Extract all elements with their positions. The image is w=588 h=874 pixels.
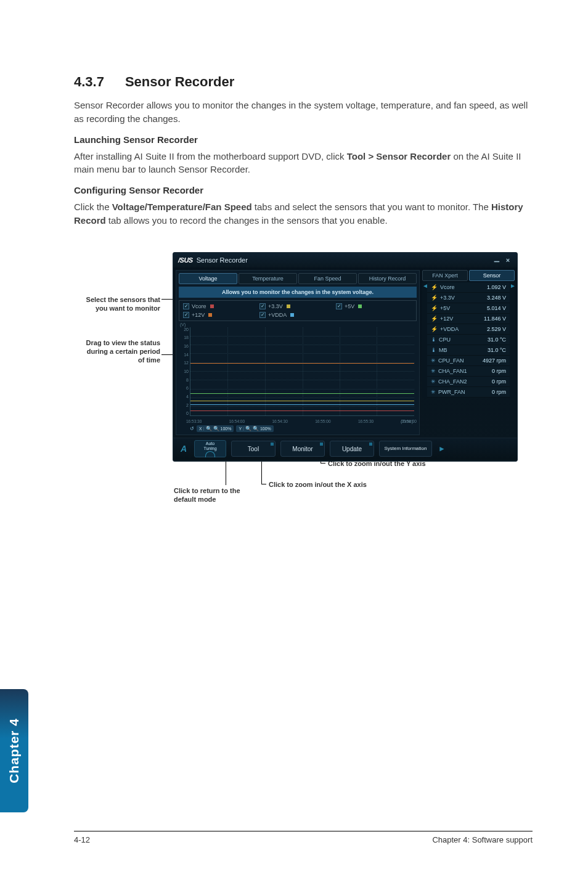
series-line: [190, 393, 414, 394]
screenshot-area: Select the sensors that you want to moni…: [74, 252, 533, 523]
y-axis-label: (V): [180, 322, 186, 327]
minimize-icon[interactable]: ⚊: [492, 256, 501, 264]
reading-icon: ⚡: [431, 295, 438, 301]
reading-icon: 🌡: [431, 337, 436, 343]
monitor-button[interactable]: Monitor: [280, 441, 325, 457]
checkbox-icon: ✓: [183, 312, 189, 318]
reading-label: ⚡+3.3V: [431, 295, 455, 301]
y-ticks: 20 18 16 14 12 10 8 6 4 2 0: [179, 327, 189, 416]
titlebar: /SUS Sensor Recorder ⚊ ×: [173, 253, 517, 268]
checkbox-icon: ✓: [259, 303, 266, 309]
checkbox-label: +5V: [345, 303, 354, 309]
magnifier-minus-icon[interactable]: 🔍: [206, 426, 212, 431]
reading-label: ⚡+VDDA: [431, 326, 459, 332]
right-panel: FAN Xpert Sensor ◄ ⚡Vcore1.092 V⚡+3.3V3.…: [422, 270, 515, 435]
dropdown-corner-icon: [369, 443, 372, 446]
auto-tuning-label2: Tuning: [195, 446, 226, 451]
auto-tuning-label1: Auto: [195, 441, 226, 446]
zoom-y-control[interactable]: Y : 🔍 🔍 100%: [236, 425, 273, 432]
zoom-controls: ↺ X : 🔍 🔍 100% Y : 🔍 🔍: [190, 425, 274, 432]
tab-sensor[interactable]: Sensor: [469, 270, 515, 281]
magnifier-minus-icon[interactable]: 🔍: [245, 426, 251, 431]
reading-icon: ⚡: [431, 326, 438, 332]
reading-label: ⚡+12V: [431, 316, 453, 322]
tab-fan-speed[interactable]: Fan Speed: [298, 273, 357, 284]
x-ticks: 16:53:30 16:54:00 16:54:30 16:55:00 16:5…: [186, 419, 417, 423]
tab-voltage[interactable]: Voltage: [179, 273, 237, 284]
color-swatch: [287, 304, 290, 308]
config-text-e: tab allows you to record the changes in …: [106, 215, 388, 226]
checkbox-5v[interactable]: ✓ +5V: [336, 303, 412, 309]
reading-value: 5.014 V: [487, 305, 506, 311]
checkbox-label: +VDDA: [268, 312, 287, 318]
chapter-side-tab: Chapter 4: [0, 689, 28, 812]
reading-row: ⚡Vcore1.092 V: [427, 282, 510, 293]
tab-temperature[interactable]: Temperature: [239, 273, 297, 284]
reading-value: 1.092 V: [487, 284, 506, 290]
reading-icon: ⚡: [431, 316, 438, 322]
intro-text: Sensor Recorder allows you to monitor th…: [74, 99, 533, 126]
magnifier-plus-icon[interactable]: 🔍: [213, 426, 219, 431]
checkbox-label: +3.3V: [268, 303, 283, 309]
brand-logo: /SUS: [178, 256, 193, 264]
checkbox-vcore[interactable]: ✓ Vcore: [183, 303, 259, 309]
zoom-x-control[interactable]: X : 🔍 🔍 100%: [197, 425, 234, 432]
section-number: 4.3.7: [74, 74, 104, 90]
reading-label: ✳CPU_FAN: [431, 357, 464, 364]
checkbox-label: +12V: [192, 312, 205, 318]
reading-label: ⚡+5V: [431, 305, 450, 311]
reading-label: ⚡Vcore: [431, 284, 455, 290]
reading-row: ⚡+12V11.846 V: [427, 314, 510, 324]
left-panel: Voltage Temperature Fan Speed History Re…: [176, 270, 420, 435]
reading-value: 4927 rpm: [483, 357, 506, 364]
readings-list: ⚡Vcore1.092 V⚡+3.3V3.248 V⚡+5V5.014 V⚡+1…: [427, 282, 510, 398]
tabs-row: Voltage Temperature Fan Speed History Re…: [179, 273, 417, 284]
reading-row: ⚡+VDDA2.529 V: [427, 324, 510, 335]
reading-value: 2.529 V: [487, 326, 506, 332]
toolbar-scroll-right-icon[interactable]: ►: [438, 444, 446, 453]
callout-line: [261, 484, 266, 484]
checkbox-icon: ✓: [183, 303, 189, 309]
reading-value: 3.248 V: [487, 295, 506, 301]
checkbox-3v3[interactable]: ✓ +3.3V: [259, 303, 336, 309]
reading-row: 🌡MB31.0 °C: [427, 345, 510, 356]
right-tabs-row: FAN Xpert Sensor: [422, 270, 515, 281]
tab-history-record[interactable]: History Record: [358, 273, 417, 284]
reset-zoom-icon[interactable]: ↺: [190, 426, 194, 431]
info-band: Allows you to monitor the changes in the…: [179, 287, 417, 298]
config-text-b: Voltage/Temperature/Fan Speed: [112, 202, 252, 212]
tab-fan-xpert[interactable]: FAN Xpert: [422, 270, 468, 281]
series-line: [190, 401, 414, 401]
reading-row: ✳PWR_FAN0 rpm: [427, 387, 510, 398]
app-window: /SUS Sensor Recorder ⚊ × Voltage Tempera…: [173, 252, 518, 462]
reading-icon: 🌡: [431, 347, 436, 353]
reading-row: ✳CHA_FAN10 rpm: [427, 366, 510, 377]
scroll-right-icon[interactable]: ►: [510, 282, 515, 398]
chart-zone[interactable]: (V) 20 18 16 14 12 10 8 6 4 2 0: [179, 324, 417, 432]
close-icon[interactable]: ×: [504, 256, 512, 264]
plot-area[interactable]: [190, 327, 414, 416]
window-title: Sensor Recorder: [197, 256, 248, 264]
auto-tuning-button[interactable]: Auto Tuning: [194, 440, 226, 457]
reading-value: 31.0 °C: [488, 347, 506, 353]
time-label: (Time): [401, 419, 413, 423]
reading-icon: ⚡: [431, 284, 438, 290]
dial-icon: [205, 451, 215, 457]
footer-chapter-label: Chapter 4: Software support: [432, 835, 533, 844]
launch-text: After installing AI Suite II from the mo…: [74, 150, 533, 177]
system-information-button[interactable]: System Information: [379, 441, 432, 457]
reading-icon: ✳: [431, 389, 436, 395]
reading-label: 🌡MB: [431, 347, 447, 353]
scroll-left-icon[interactable]: ◄: [422, 282, 427, 398]
series-line: [190, 363, 414, 364]
tool-button[interactable]: Tool: [231, 441, 276, 457]
callout-line: [321, 463, 325, 464]
checkbox-vdda[interactable]: ✓ +VDDA: [259, 312, 336, 318]
app-toolbar: A Auto Tuning Tool Monitor Update System…: [173, 438, 517, 460]
magnifier-plus-icon[interactable]: 🔍: [253, 426, 259, 431]
reading-icon: ✳: [431, 378, 436, 385]
checkbox-12v[interactable]: ✓ +12V: [183, 312, 259, 318]
launch-text-bold: Tool > Sensor Recorder: [347, 151, 451, 161]
update-button[interactable]: Update: [330, 441, 374, 457]
color-swatch: [210, 304, 214, 308]
